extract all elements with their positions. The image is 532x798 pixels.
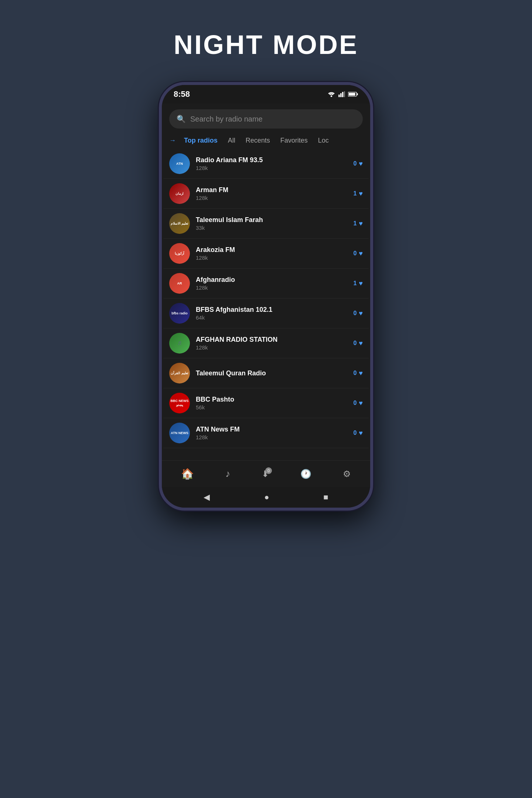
battery-icon bbox=[348, 92, 358, 97]
svg-point-0 bbox=[331, 95, 332, 97]
radio-bitrate: 128k bbox=[196, 284, 347, 291]
radio-logo: تعلیم الاسلام bbox=[169, 213, 190, 234]
radio-list-item[interactable]: ارمان Arman FM 128k 1 ♥ bbox=[163, 179, 369, 209]
radio-info: BFBS Afghanistan 102.1 64k bbox=[196, 306, 347, 321]
radio-bitrate: 128k bbox=[196, 434, 347, 440]
radio-likes[interactable]: 0 ♥ bbox=[353, 399, 363, 407]
radio-name: BBC Pashto bbox=[196, 396, 347, 403]
radio-likes[interactable]: 1 ♥ bbox=[353, 220, 363, 228]
likes-count: 0 bbox=[353, 160, 357, 167]
radio-info: AFGHAN RADIO STATION 128k bbox=[196, 336, 347, 351]
radio-likes[interactable]: 0 ♥ bbox=[353, 429, 363, 437]
radio-name: AFGHAN RADIO STATION bbox=[196, 336, 347, 344]
radio-name: BFBS Afghanistan 102.1 bbox=[196, 306, 347, 314]
radio-name: ATN News FM bbox=[196, 426, 347, 433]
radio-name: Taleemul Quran Radio bbox=[196, 369, 347, 377]
radio-info: Afghanradio 128k bbox=[196, 276, 347, 291]
svg-rect-1 bbox=[338, 95, 340, 97]
heart-icon: ♥ bbox=[359, 280, 363, 287]
radio-logo: ATN bbox=[169, 153, 190, 174]
home-button[interactable]: ● bbox=[264, 492, 269, 502]
app-content: 🔍 Search by radio name → Top radios All … bbox=[162, 103, 370, 460]
status-time: 8:58 bbox=[174, 89, 190, 99]
tab-recents[interactable]: Recents bbox=[243, 135, 272, 146]
signal-icon bbox=[338, 91, 345, 97]
radio-bitrate: 128k bbox=[196, 255, 347, 261]
radio-name: Arman FM bbox=[196, 186, 347, 194]
radio-list: ATN Radio Ariana FM 93.5 128k 0 ♥ ارمان … bbox=[162, 149, 370, 460]
likes-count: 0 bbox=[353, 400, 357, 406]
status-icons bbox=[327, 91, 358, 97]
likes-count: 1 bbox=[353, 190, 357, 197]
radio-name: Arakozia FM bbox=[196, 246, 347, 254]
radio-list-item[interactable]: 🎵 AFGHAN RADIO STATION 128k 0 ♥ bbox=[163, 328, 369, 358]
heart-icon: ♥ bbox=[359, 250, 363, 258]
radio-bitrate: 33k bbox=[196, 225, 347, 231]
svg-rect-7 bbox=[357, 93, 358, 95]
status-bar: 8:58 bbox=[162, 85, 370, 103]
likes-count: 0 bbox=[353, 370, 357, 376]
heart-icon: ♥ bbox=[359, 429, 363, 437]
radio-logo: BBC NEWS پښتو bbox=[169, 393, 190, 413]
nav-settings-button[interactable]: ⚙ bbox=[343, 469, 351, 479]
search-icon: 🔍 bbox=[177, 115, 186, 123]
radio-likes[interactable]: 0 ♥ bbox=[353, 340, 363, 347]
nav-music-button[interactable]: ♪ bbox=[225, 468, 230, 480]
svg-rect-4 bbox=[344, 91, 345, 97]
radio-info: ATN News FM 128k bbox=[196, 426, 347, 440]
search-bar[interactable]: 🔍 Search by radio name bbox=[169, 109, 363, 129]
phone-frame: 8:58 bbox=[159, 82, 373, 511]
radio-list-item[interactable]: آرکوزیا Arakozia FM 128k 0 ♥ bbox=[163, 239, 369, 269]
tab-top-radios[interactable]: Top radios bbox=[182, 135, 220, 146]
radio-info: Taleemul Quran Radio bbox=[196, 369, 347, 377]
radio-likes[interactable]: 1 ♥ bbox=[353, 190, 363, 198]
heart-icon: ♥ bbox=[359, 340, 363, 347]
radio-info: Radio Ariana FM 93.5 128k bbox=[196, 156, 347, 171]
radio-logo: تعلیم القرآن bbox=[169, 363, 190, 383]
recents-button[interactable]: ■ bbox=[323, 492, 328, 502]
radio-logo: AR bbox=[169, 273, 190, 294]
heart-icon: ♥ bbox=[359, 160, 363, 168]
radio-info: Arakozia FM 128k bbox=[196, 246, 347, 261]
radio-list-item[interactable]: تعلیم الاسلام Taleemul Islam Farah 33k 1… bbox=[163, 209, 369, 239]
radio-list-item[interactable]: bfbs radio BFBS Afghanistan 102.1 64k 0 … bbox=[163, 299, 369, 328]
nav-history-button[interactable]: 🕐 bbox=[300, 469, 311, 479]
svg-rect-3 bbox=[342, 92, 344, 97]
radio-bitrate: 64k bbox=[196, 314, 347, 321]
radio-name: Afghanradio bbox=[196, 276, 347, 284]
heart-icon: ♥ bbox=[359, 310, 363, 317]
svg-rect-2 bbox=[340, 93, 342, 97]
back-button[interactable]: ◀ bbox=[204, 492, 210, 502]
nav-home-button[interactable]: 🏠 bbox=[181, 468, 194, 480]
radio-logo: ارمان bbox=[169, 183, 190, 204]
tab-favorites[interactable]: Favorites bbox=[278, 135, 310, 146]
tab-all[interactable]: All bbox=[226, 135, 238, 146]
download-badge: 0 bbox=[265, 467, 272, 474]
heart-icon: ♥ bbox=[359, 399, 363, 407]
radio-list-item[interactable]: ATN NEWS ATN News FM 128k 0 ♥ bbox=[163, 418, 369, 448]
wifi-icon bbox=[327, 91, 335, 97]
radio-list-item[interactable]: تعلیم القرآن Taleemul Quran Radio 0 ♥ bbox=[163, 358, 369, 388]
radio-info: Arman FM 128k bbox=[196, 186, 347, 201]
radio-logo: 🎵 bbox=[169, 333, 190, 354]
radio-list-item[interactable]: ATN Radio Ariana FM 93.5 128k 0 ♥ bbox=[163, 149, 369, 179]
tab-local[interactable]: Loc bbox=[316, 135, 331, 146]
radio-likes[interactable]: 0 ♥ bbox=[353, 160, 363, 168]
radio-likes[interactable]: 1 ♥ bbox=[353, 280, 363, 287]
tab-arrow-icon: → bbox=[169, 137, 176, 144]
svg-rect-6 bbox=[349, 93, 355, 95]
radio-likes[interactable]: 0 ♥ bbox=[353, 369, 363, 377]
radio-likes[interactable]: 0 ♥ bbox=[353, 250, 363, 258]
radio-list-item[interactable]: BBC NEWS پښتو BBC Pashto 56k 0 ♥ bbox=[163, 388, 369, 418]
radio-likes[interactable]: 0 ♥ bbox=[353, 310, 363, 317]
radio-logo: آرکوزیا bbox=[169, 243, 190, 264]
nav-download-button[interactable]: ⬇ 0 bbox=[262, 469, 269, 479]
heart-icon: ♥ bbox=[359, 220, 363, 228]
likes-count: 0 bbox=[353, 430, 357, 436]
radio-bitrate: 56k bbox=[196, 404, 347, 410]
radio-bitrate: 128k bbox=[196, 195, 347, 201]
radio-info: BBC Pashto 56k bbox=[196, 396, 347, 410]
radio-list-item[interactable]: AR Afghanradio 128k 1 ♥ bbox=[163, 269, 369, 299]
likes-count: 0 bbox=[353, 250, 357, 257]
radio-name: Radio Ariana FM 93.5 bbox=[196, 156, 347, 164]
